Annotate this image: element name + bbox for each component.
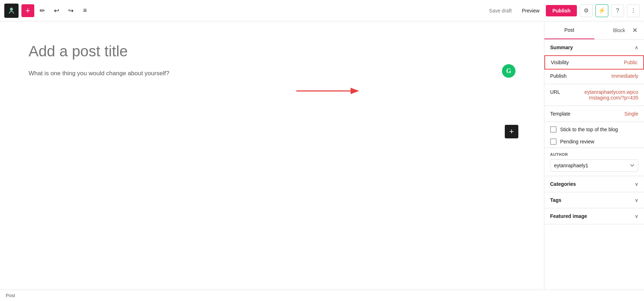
status-label: Post [6,293,15,298]
arrow-annotation [293,84,364,98]
help-button[interactable]: ? [611,4,624,17]
url-label: URL [550,89,560,95]
publish-value: Immediately [612,73,638,79]
pending-review-checkbox[interactable] [550,138,557,145]
categories-chevron-icon: ∨ [635,181,638,187]
summary-divider-3 [544,122,644,122]
toolbar: + ✏ ↩ ↪ ≡ Save draft Preview Publish ⚙ ⚡… [0,0,644,21]
author-label: AUTHOR [550,152,638,157]
preview-button[interactable]: Preview [518,6,543,16]
publish-row[interactable]: Publish Immediately [544,70,644,82]
toolbar-left: + ✏ ↩ ↪ ≡ [4,4,91,18]
summary-chevron-icon: ∧ [635,45,638,50]
undo-button[interactable]: ↩ [50,4,63,17]
jetpack-button[interactable]: ⚡ [595,4,608,17]
categories-section[interactable]: Categories ∨ [544,176,644,192]
edit-icon-button[interactable]: ✏ [36,4,49,17]
post-body-text: What is one thing you would change about… [29,68,515,78]
settings-button[interactable]: ⚙ [580,4,593,17]
tags-section[interactable]: Tags ∨ [544,192,644,208]
app-logo [4,4,19,18]
publish-button[interactable]: Publish [546,5,577,16]
visibility-row[interactable]: Visibility Public [544,55,644,70]
grammarly-button[interactable] [502,64,515,78]
stick-to-top-checkbox[interactable] [550,126,557,133]
template-value: Single [624,111,638,117]
summary-section: Summary ∧ Visibility Public Publish Imme… [544,40,644,148]
sidebar: Post Block ✕ Summary ∧ Visibility Public… [544,21,644,290]
summary-title: Summary [550,45,573,50]
stick-to-top-row[interactable]: Stick to the top of the blog [544,123,644,136]
url-value: eytanraphaelycom.wpcomstaging.com/?p=435 [581,89,638,101]
post-title-input[interactable] [29,43,515,60]
editor-area: What is one thing you would change about… [0,21,544,290]
add-block-inline-button[interactable]: + [505,125,518,138]
tab-post[interactable]: Post [544,21,594,39]
author-select[interactable]: eytanraphaely1 [550,159,638,172]
status-bar: Post [0,290,644,301]
featured-image-chevron-icon: ∨ [635,213,638,219]
stick-to-top-label: Stick to the top of the blog [560,127,618,132]
template-row[interactable]: Template Single [544,107,644,120]
svg-point-0 [10,8,13,11]
add-block-toolbar-button[interactable]: + [21,4,34,17]
author-section: AUTHOR eytanraphaely1 [544,148,644,176]
tags-label: Tags [550,197,562,203]
sidebar-close-button[interactable]: ✕ [630,25,640,35]
template-label: Template [550,111,570,117]
featured-image-label: Featured image [550,213,587,219]
summary-section-header[interactable]: Summary ∧ [544,40,644,55]
list-view-button[interactable]: ≡ [79,4,91,17]
tags-chevron-icon: ∨ [635,197,638,203]
summary-divider-2 [544,106,644,106]
publish-label: Publish [550,73,567,79]
visibility-value: Public [624,60,638,65]
summary-divider [544,84,644,84]
pending-review-label: Pending review [560,139,594,144]
categories-label: Categories [550,181,576,187]
sidebar-tabs: Post Block ✕ [544,21,644,40]
save-draft-button[interactable]: Save draft [485,6,515,16]
url-row[interactable]: URL eytanraphaelycom.wpcomstaging.com/?p… [544,86,644,104]
more-options-button[interactable]: ⋮ [627,4,640,17]
toolbar-right: Save draft Preview Publish ⚙ ⚡ ? ⋮ [485,4,640,17]
featured-image-section[interactable]: Featured image ∨ [544,208,644,224]
visibility-label: Visibility [551,60,569,65]
main-layout: What is one thing you would change about… [0,21,644,290]
pending-review-row[interactable]: Pending review [544,136,644,148]
redo-button[interactable]: ↪ [64,4,77,17]
